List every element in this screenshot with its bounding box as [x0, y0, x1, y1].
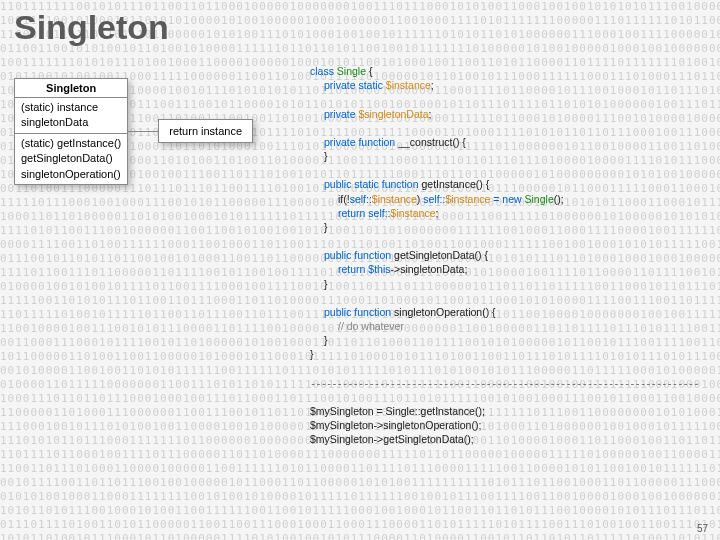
usage-line: $mySingleton = Single::getInstance(); [310, 404, 700, 418]
page-number: 57 [697, 523, 708, 534]
uml-diagram: Singleton (static) instance singletonDat… [14, 78, 253, 185]
uml-operations: (static) getInstance() getSingletonData(… [15, 134, 127, 184]
uml-attributes: (static) instance singletonData [15, 98, 127, 134]
uml-op: getSingletonData() [21, 151, 121, 166]
usage-line: $mySingleton->singletonOperation(); [310, 418, 700, 432]
uml-class-name: Singleton [15, 79, 127, 98]
uml-class-box: Singleton (static) instance singletonDat… [14, 78, 128, 185]
uml-op: singletonOperation() [21, 167, 121, 182]
page-title: Singleton [14, 8, 169, 47]
uml-attr: singletonData [21, 115, 121, 130]
uml-connector [128, 131, 158, 132]
code-block: class Single { private static $instance;… [310, 64, 700, 447]
uml-op: (static) getInstance() [21, 136, 121, 151]
code-divider: ----------------------------------------… [310, 376, 700, 390]
uml-attr: (static) instance [21, 100, 121, 115]
uml-note: return instance [158, 119, 253, 143]
usage-line: $mySingleton->getSingletonData(); [310, 432, 700, 446]
